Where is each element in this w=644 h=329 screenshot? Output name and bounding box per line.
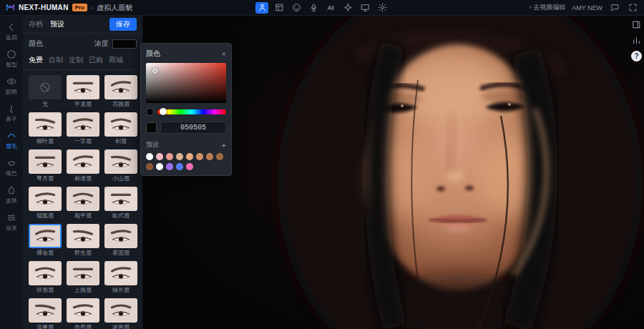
tool-sparkle-button[interactable] [341,2,354,14]
chat-icon [610,3,620,12]
panel-tab-1[interactable]: 预设 [50,19,64,29]
brow-thumb [29,112,62,137]
add-preset-button[interactable]: + [222,141,226,149]
panel-button[interactable] [631,19,642,30]
topbar-right: › 去视频编辑AMY NEW [477,2,638,14]
brow-item[interactable]: 野生眉 [67,224,99,257]
sidebar-item-hair[interactable]: 妆发 [1,209,22,235]
brow-item[interactable]: 流星眉 [29,298,62,329]
category-tab-3[interactable]: 已购 [89,55,103,65]
category-tab-4[interactable]: 商城 [109,55,123,65]
brow-item[interactable]: 高挑眉 [104,75,137,108]
preset-color[interactable] [146,153,153,160]
brow-item[interactable]: 平直眉 [67,75,99,108]
preset-color[interactable] [206,153,213,160]
brow-item[interactable]: 弯月眉 [29,149,62,182]
smiley-icon [292,3,301,12]
topbar-link-0[interactable]: › 去视频编辑 [530,3,566,12]
brow-item[interactable]: 拱形眉 [29,261,62,294]
brow-item[interactable]: 标准眉 [67,149,99,182]
preset-color[interactable] [186,153,193,160]
brow-item-label: 柳叶眉 [36,137,54,145]
panel-tab-0[interactable]: 存档 [29,19,43,29]
brow-thumb [104,112,137,137]
brow-thumb-image [30,149,60,174]
preset-color[interactable] [186,163,193,170]
help-button[interactable]: ? [631,51,642,62]
brow-thumb [104,298,137,323]
brow-thumb [29,261,62,285]
sidebar-item-nose[interactable]: 鼻子 [1,100,22,127]
sidebar-item-label: 眼睛 [6,88,17,96]
sidebar-item-back[interactable]: 返回 [1,19,22,45]
topbar-link-1[interactable]: AMY NEW [572,4,602,11]
brow-item[interactable]: 剑眉 [104,112,137,145]
hex-color-input[interactable] [160,122,226,134]
category-tab-1[interactable]: 自制 [49,55,63,65]
main-layout: 返回脸型眼睛鼻子眉毛嘴巴皮肤妆发 存档预设 保存 颜色 浓度 免费自制定制已购商… [0,16,644,329]
preset-color[interactable] [156,163,163,170]
brow-item-label: 无 [42,100,48,108]
preset-color[interactable] [156,153,163,160]
hue-handle[interactable] [160,108,167,115]
chat-button[interactable] [609,2,620,14]
category-tab-0[interactable]: 免费 [29,55,43,65]
topbar: NEXT-HUMAN Pro › 虚拟人面貌 AI › 去视频编辑AMY NEW [0,0,644,16]
hue-slider[interactable] [157,109,226,114]
sidebar-item-label: 嘴巴 [6,170,17,177]
brow-item[interactable]: 小山眉 [104,149,137,182]
brow-thumb-image [30,187,60,211]
preset-color[interactable] [176,163,183,170]
brow-item[interactable]: 细长眉 [104,261,137,294]
brow-item[interactable]: 裸妆眉 [29,224,62,257]
preset-color[interactable] [176,153,183,160]
tool-gear-button[interactable] [376,2,389,14]
brow-item[interactable]: 欧式眉 [104,187,137,220]
brow-thumb-image [68,75,98,99]
brow-item[interactable]: 一字眉 [67,112,99,145]
sidebar-item-brow[interactable]: 眉毛 [1,127,22,154]
saturation-value-area[interactable] [146,63,226,103]
sidebar-item-eye[interactable]: 眼睛 [1,73,22,99]
brow-item[interactable]: 上挑眉 [67,261,99,294]
sv-cursor[interactable] [152,68,158,74]
brow-item[interactable]: 粗平眉 [67,187,99,220]
preset-color[interactable] [146,163,153,170]
tool-ai-button[interactable]: AI [324,2,337,14]
save-button[interactable]: 保存 [109,18,137,31]
brow-item-label: 浓密眉 [112,323,130,329]
category-tab-2[interactable]: 定制 [69,55,83,65]
topbar-toolbar: AI [167,2,477,14]
tool-avatar-button[interactable] [255,2,268,14]
tool-mic-button[interactable] [307,2,320,14]
sidebar-item-mouth[interactable]: 嘴巴 [1,154,22,181]
tool-monitor-button[interactable] [358,2,371,14]
tool-smiley-button[interactable] [290,2,303,14]
close-icon[interactable]: × [222,50,226,57]
brow-item-label: 细长眉 [112,286,130,294]
preset-color[interactable] [166,163,173,170]
brow-item-label: 小山眉 [112,175,130,182]
brow-item-label: 标准眉 [74,175,92,182]
brow-item[interactable]: 雾面眉 [104,224,137,257]
back-icon [6,22,16,32]
chart-button[interactable] [631,35,642,46]
tool-layout-button[interactable] [273,2,286,14]
preset-color[interactable] [196,153,203,160]
brow-item-none[interactable]: 无 [29,75,62,108]
brow-thumb [67,112,99,137]
brow-item[interactable]: 烟熏眉 [29,187,62,220]
brow-item[interactable]: 浓密眉 [104,298,137,329]
sidebar-item-face[interactable]: 脸型 [1,46,22,72]
expand-button[interactable] [627,2,638,14]
face-icon [6,49,16,59]
brow-item[interactable]: 自然眉 [67,298,99,329]
brow-item[interactable]: 柳叶眉 [29,112,62,145]
brow-thumb [67,298,99,323]
nose-icon [6,104,16,114]
sidebar-item-label: 脸型 [6,61,17,69]
brow-color-swatch[interactable] [112,39,137,49]
sidebar-item-skin[interactable]: 皮肤 [1,182,22,208]
preset-color[interactable] [166,153,173,160]
preset-color[interactable] [216,153,223,160]
